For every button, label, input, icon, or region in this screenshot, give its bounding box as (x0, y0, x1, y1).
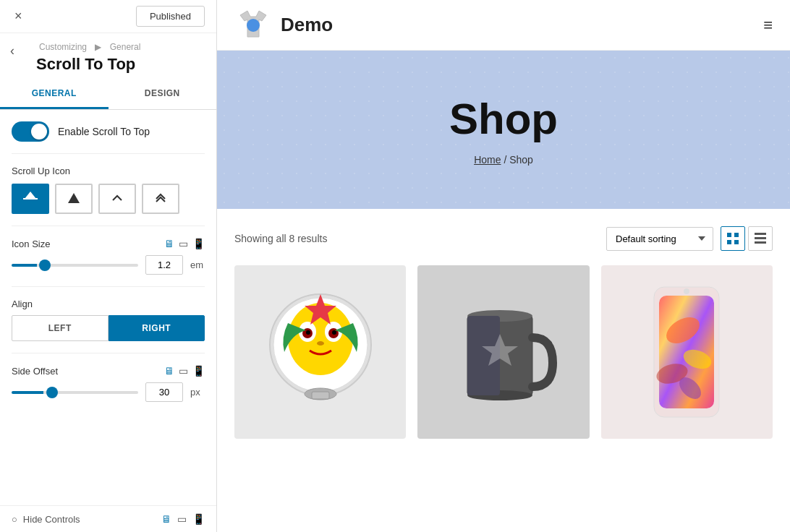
breadcrumb: Customizing ▶ General (36, 42, 205, 52)
svg-point-19 (332, 330, 336, 335)
svg-rect-9 (755, 237, 766, 239)
enable-toggle-row: Enable Scroll To Top (12, 121, 205, 142)
enable-toggle-label: Enable Scroll To Top (58, 126, 150, 137)
hide-controls-label: Hide Controls (23, 514, 80, 525)
desktop-icon-offset[interactable]: 🖥 (164, 365, 174, 377)
icon-size-slider-row: 1.2 em (12, 255, 205, 275)
product-card-3[interactable] (601, 265, 773, 439)
svg-rect-7 (734, 240, 739, 244)
device-icons-offset: 🖥 ▭ 📱 (164, 365, 205, 377)
icon-options (12, 184, 205, 214)
icon-option-1[interactable] (12, 184, 49, 214)
side-offset-label: Side Offset (12, 366, 58, 377)
hide-controls-bar: ○ Hide Controls 🖥 ▭ 📱 (0, 505, 216, 532)
hide-controls-button[interactable]: ○ Hide Controls (12, 514, 80, 525)
side-offset-input[interactable]: 30 (145, 382, 183, 402)
breadcrumb-shop-current: Shop (509, 154, 533, 166)
align-row: Align (12, 299, 205, 309)
icon-option-2[interactable] (55, 184, 93, 214)
shop-title: Shop (449, 94, 558, 144)
enable-toggle[interactable] (12, 121, 49, 142)
hide-controls-device-icons: 🖥 ▭ 📱 (161, 513, 205, 525)
left-panel: × Published ‹ Customizing ▶ General Scro… (0, 0, 217, 532)
icon-size-label: Icon Size (12, 239, 50, 249)
grid-icon (727, 233, 739, 244)
mobile-icon-offset[interactable]: 📱 (192, 365, 205, 377)
sort-select[interactable]: Default sorting Sort by popularity Sort … (606, 227, 713, 251)
side-offset-slider-row: 30 px (12, 382, 205, 402)
site-logo: Demo (234, 7, 333, 44)
icon-size-row: Icon Size 🖥 ▭ 📱 (12, 238, 205, 249)
tab-general[interactable]: GENERAL (0, 80, 109, 109)
divider-1 (12, 153, 205, 154)
product-card-1[interactable] (234, 265, 406, 439)
close-button[interactable]: × (12, 6, 25, 27)
breadcrumb-separator: ▶ (95, 42, 103, 52)
mobile-icon-size[interactable]: 📱 (192, 238, 205, 249)
shop-toolbar: Showing all 8 results Default sorting So… (234, 226, 773, 251)
shop-breadcrumb: Home / Shop (474, 154, 533, 166)
svg-marker-1 (25, 192, 36, 199)
tabs: GENERAL DESIGN (0, 80, 216, 110)
published-button[interactable]: Published (136, 6, 205, 27)
hide-mobile-icon[interactable]: 📱 (192, 513, 205, 525)
hide-tablet-icon[interactable]: ▭ (177, 513, 187, 525)
svg-rect-23 (312, 392, 329, 399)
product-card-2[interactable] (417, 265, 589, 439)
icon-size-slider[interactable] (12, 264, 138, 267)
results-count: Showing all 8 results (234, 233, 327, 244)
list-view-button[interactable] (748, 226, 773, 251)
align-buttons: LEFT RIGHT (12, 315, 205, 341)
site-header: Demo ≡ (217, 0, 790, 51)
back-button[interactable]: ‹ (10, 43, 14, 59)
divider-3 (12, 286, 205, 287)
section-title: Scroll To Top (36, 55, 205, 74)
svg-rect-8 (755, 233, 766, 235)
list-icon (755, 233, 766, 244)
product-phone-svg (629, 273, 744, 432)
svg-point-3 (247, 19, 260, 32)
hamburger-button[interactable]: ≡ (763, 16, 773, 35)
view-buttons (721, 226, 773, 251)
align-label: Align (12, 299, 33, 309)
align-right-button[interactable]: RIGHT (109, 315, 205, 341)
divider-2 (12, 226, 205, 226)
breadcrumb-home-link[interactable]: Home (474, 154, 501, 166)
shop-content: Showing all 8 results Default sorting So… (217, 209, 790, 532)
icon-size-unit: em (190, 259, 205, 270)
svg-point-36 (684, 288, 689, 294)
tablet-icon-size[interactable]: ▭ (179, 238, 188, 249)
logo-svg (234, 7, 272, 44)
shop-banner: Shop Home / Shop (217, 51, 790, 209)
icon-option-4[interactable] (142, 184, 179, 214)
svg-rect-10 (755, 241, 766, 244)
panel-content: Enable Scroll To Top Scroll Up Icon (0, 110, 216, 505)
breadcrumb-general[interactable]: General (110, 42, 141, 52)
hide-desktop-icon[interactable]: 🖥 (161, 513, 171, 525)
breadcrumb-shop-separator: / (504, 154, 509, 166)
align-left-button[interactable]: LEFT (12, 315, 109, 341)
scroll-up-icon-label: Scroll Up Icon (12, 166, 205, 176)
side-offset-slider[interactable] (12, 391, 138, 394)
icon-size-input[interactable]: 1.2 (145, 255, 183, 275)
product-mug-svg (446, 280, 561, 424)
breadcrumb-customizing[interactable]: Customizing (39, 42, 87, 52)
divider-4 (12, 353, 205, 353)
desktop-icon-size[interactable]: 🖥 (164, 238, 174, 249)
tablet-icon-offset[interactable]: ▭ (179, 365, 188, 377)
svg-rect-6 (727, 240, 731, 244)
svg-point-20 (317, 341, 324, 346)
svg-marker-2 (68, 193, 80, 203)
tab-design[interactable]: DESIGN (109, 80, 217, 109)
device-icons-size: 🖥 ▭ 📱 (164, 238, 205, 249)
svg-rect-4 (727, 233, 731, 237)
hide-controls-circle-icon: ○ (12, 514, 17, 525)
side-offset-row: Side Offset 🖥 ▭ 📱 (12, 365, 205, 377)
icon-option-3[interactable] (98, 184, 136, 214)
svg-point-18 (306, 330, 310, 335)
logo-icon (234, 7, 272, 44)
top-bar: × Published (0, 0, 216, 33)
toolbar-right: Default sorting Sort by popularity Sort … (606, 226, 773, 251)
product-grid (234, 265, 773, 439)
grid-view-button[interactable] (721, 226, 745, 251)
